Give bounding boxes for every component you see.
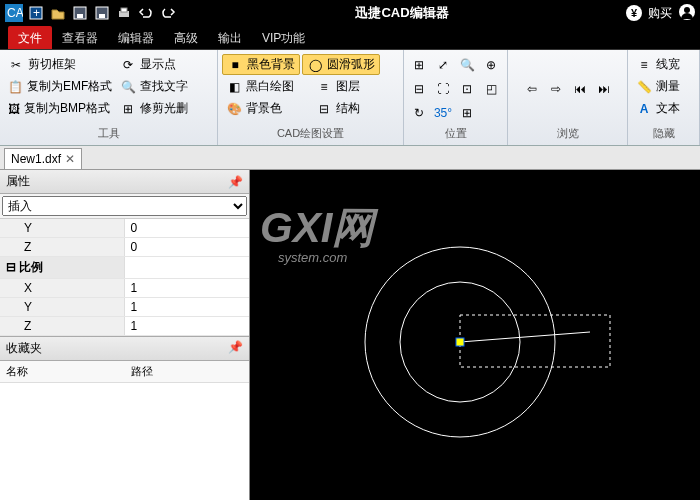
bw-icon: ◧: [226, 79, 242, 95]
save-icon[interactable]: [70, 3, 90, 23]
arc-icon: ◯: [307, 57, 323, 73]
tab-vip[interactable]: VIP功能: [252, 26, 315, 49]
prop-val[interactable]: 1: [125, 279, 250, 297]
pos-btn-7[interactable]: ⊡: [456, 78, 478, 100]
nav-left-icon[interactable]: ⇦: [521, 78, 543, 100]
linewidth-icon: ≡: [636, 57, 652, 73]
fav-title: 收藏夹: [6, 340, 42, 357]
svg-text:+: +: [33, 6, 40, 20]
nav-end-icon[interactable]: ⏭: [593, 78, 615, 100]
prop-key: Y: [0, 219, 125, 237]
black-bg-toggle[interactable]: ■黑色背景: [222, 54, 300, 75]
pos-btn-8[interactable]: ◰: [480, 78, 502, 100]
property-grid: Y0 Z0 ⊟ 比例 X1 Y1 Z1: [0, 218, 249, 336]
blackbg-icon: ■: [227, 57, 243, 73]
color-icon: 🎨: [226, 101, 242, 117]
svg-rect-9: [121, 8, 127, 12]
svg-rect-16: [456, 338, 464, 346]
currency-icon[interactable]: ¥: [626, 5, 642, 21]
file-tab[interactable]: New1.dxf ✕: [4, 148, 82, 169]
saveas-icon[interactable]: [92, 3, 112, 23]
fav-list: [0, 383, 249, 500]
prop-key: Y: [0, 298, 125, 316]
svg-text:CAD: CAD: [7, 6, 23, 20]
pos-btn-1[interactable]: ⊞: [408, 54, 430, 76]
struct-button[interactable]: ⊟结构: [312, 98, 364, 119]
nav-home-icon[interactable]: ⏮: [569, 78, 591, 100]
pos-btn-10[interactable]: 35°: [432, 102, 454, 124]
struct-icon: ⊟: [316, 101, 332, 117]
trim-button[interactable]: ⊞修剪光删: [116, 98, 192, 119]
smooth-arc-toggle[interactable]: ◯圆滑弧形: [302, 54, 380, 75]
pos-btn-9[interactable]: ↻: [408, 102, 430, 124]
pos-btn-2[interactable]: ⤢: [432, 54, 454, 76]
prop-section[interactable]: ⊟ 比例: [0, 257, 125, 278]
find-text-button[interactable]: 🔍查找文字: [116, 76, 192, 97]
svg-rect-14: [460, 315, 610, 367]
undo-icon[interactable]: [136, 3, 156, 23]
show-point-button[interactable]: ⟳显示点: [116, 54, 180, 75]
buy-link[interactable]: 购买: [648, 5, 672, 22]
copy-emf-button[interactable]: 📋复制为EMF格式: [4, 76, 114, 97]
bgcolor-button[interactable]: 🎨背景色: [222, 98, 310, 119]
tab-editor[interactable]: 编辑器: [108, 26, 164, 49]
prop-key: Z: [0, 238, 125, 256]
pin-icon[interactable]: 📌: [228, 175, 243, 189]
fav-col-name[interactable]: 名称: [0, 361, 125, 382]
crop-frame-button[interactable]: ✂剪切框架: [4, 54, 114, 75]
group-label-tools: 工具: [4, 124, 213, 143]
props-title: 属性: [6, 173, 30, 190]
pos-btn-4[interactable]: ⊕: [480, 54, 502, 76]
prop-val[interactable]: 1: [125, 317, 250, 335]
text-button[interactable]: A文本: [632, 98, 695, 119]
svg-point-11: [684, 7, 690, 13]
bmp-icon: 🖼: [8, 101, 20, 117]
app-icon: CAD: [4, 3, 24, 23]
redo-icon[interactable]: [158, 3, 178, 23]
pos-btn-3[interactable]: 🔍: [456, 54, 478, 76]
tab-advanced[interactable]: 高级: [164, 26, 208, 49]
ruler-icon: 📏: [636, 79, 652, 95]
prop-val[interactable]: 0: [125, 238, 250, 256]
open-icon[interactable]: [48, 3, 68, 23]
drawing-canvas[interactable]: GXI网 system.com: [250, 170, 700, 500]
search-icon: 🔍: [120, 79, 136, 95]
tab-viewer[interactable]: 查看器: [52, 26, 108, 49]
linewidth-button[interactable]: ≡线宽: [632, 54, 695, 75]
pin-icon[interactable]: 📌: [228, 340, 243, 357]
print-icon[interactable]: [114, 3, 134, 23]
svg-line-15: [460, 332, 590, 342]
tab-file[interactable]: 文件: [8, 26, 52, 49]
layer-button[interactable]: ≡图层: [312, 76, 364, 97]
emf-icon: 📋: [8, 79, 23, 95]
group-label-cad: CAD绘图设置: [222, 124, 399, 143]
pos-btn-5[interactable]: ⊟: [408, 78, 430, 100]
app-title: 迅捷CAD编辑器: [178, 4, 626, 22]
trim-icon: ⊞: [120, 101, 136, 117]
props-combo[interactable]: 插入: [2, 196, 247, 216]
copy-bmp-button[interactable]: 🖼复制为BMP格式: [4, 98, 114, 119]
close-icon[interactable]: ✕: [65, 152, 75, 166]
group-label-pos: 位置: [408, 124, 503, 143]
new-icon[interactable]: +: [26, 3, 46, 23]
prop-val[interactable]: 0: [125, 219, 250, 237]
layer-icon: ≡: [316, 79, 332, 95]
nav-right-icon[interactable]: ⇨: [545, 78, 567, 100]
bw-draw-button[interactable]: ◧黑白绘图: [222, 76, 310, 97]
fav-col-path[interactable]: 路径: [125, 361, 159, 382]
pos-btn-6[interactable]: ⛶: [432, 78, 454, 100]
pos-btn-11[interactable]: ⊞: [456, 102, 478, 124]
prop-key: Z: [0, 317, 125, 335]
svg-rect-5: [77, 14, 83, 18]
svg-rect-7: [99, 14, 105, 18]
measure-button[interactable]: 📏测量: [632, 76, 695, 97]
tab-bar: 文件 查看器 编辑器 高级 输出 VIP功能: [0, 26, 700, 50]
text-icon: A: [636, 101, 652, 117]
crop-icon: ✂: [8, 57, 24, 73]
user-icon[interactable]: [678, 3, 696, 24]
file-tab-label: New1.dxf: [11, 152, 61, 166]
group-label-browse: 浏览: [512, 124, 623, 143]
prop-key: X: [0, 279, 125, 297]
tab-output[interactable]: 输出: [208, 26, 252, 49]
prop-val[interactable]: 1: [125, 298, 250, 316]
